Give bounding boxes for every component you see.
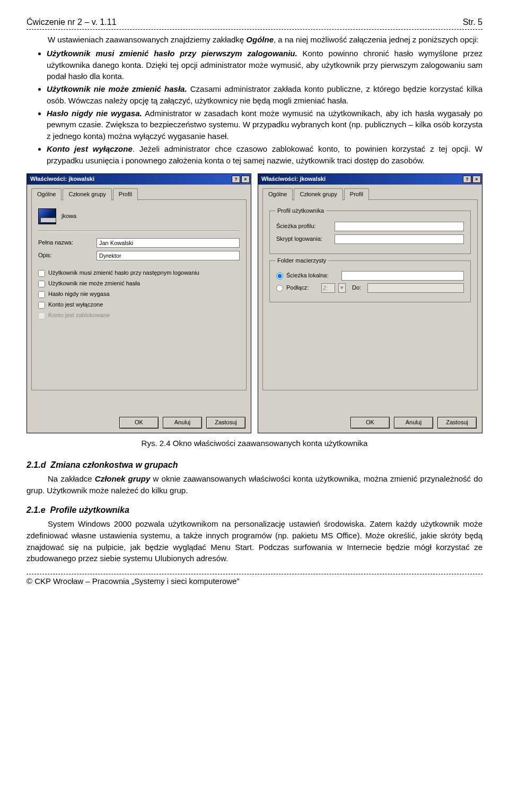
window-title: Właściwości: jkowalski [261,175,326,184]
fullname-input[interactable] [96,238,240,248]
profile-group: Profil użytkownika Ścieżka profilu: Skry… [269,211,471,254]
list-item: Konto jest wyłączone. Jeżeli administrat… [47,143,482,167]
intro-suffix: , a na niej możliwość załączenia jednej … [274,35,479,44]
checkbox-cannot-change[interactable] [38,281,45,287]
footer-text: © CKP Wrocław – Pracownia „Systemy i sie… [27,575,482,587]
local-path-label: Ścieżka lokalna: [286,272,338,280]
list-item: Użytkownik musi zmienić hasło przy pierw… [47,48,482,82]
figure-caption: Rys. 2.4 Okno właściwości zaawansowanych… [27,438,482,449]
home-folder-legend: Folder macierzysty [275,257,328,265]
section-e-paragraph: System Windows 2000 pozwala użytkownikom… [27,518,482,564]
list-item: Użytkownik nie może zmienić hasła. Czasa… [47,83,482,107]
checkbox-label: Konto jest zablokowane [48,311,110,320]
close-icon[interactable]: × [241,176,250,183]
ok-button[interactable]: OK [350,417,390,429]
list-item: Hasło nigdy nie wygasa. Administrator w … [47,108,482,142]
footer-divider [27,574,482,574]
connect-label: Podłącz: [286,284,318,292]
chevron-down-icon[interactable]: ▾ [338,283,346,293]
drive-select[interactable] [321,283,335,293]
section-heading-e: 2.1.e Profile użytkownika [27,504,482,516]
cancel-button[interactable]: Anuluj [394,417,433,429]
description-label: Opis: [38,251,96,260]
tab-profil[interactable]: Profil [344,188,369,200]
bullet-title: Konto jest wyłączone [47,144,133,153]
checkbox-disabled[interactable] [38,302,45,309]
apply-button[interactable]: Zastosuj [437,417,477,429]
connect-path-input [367,283,464,293]
titlebar: Właściwości: jkowalski ? × [258,174,482,185]
titlebar: Właściwości: jkowalski ? × [27,174,251,185]
header-left: Ćwiczenie nr 2 – v. 1.11 [27,16,117,28]
section-number: 2.1.d [27,460,46,469]
checkbox-locked [38,312,45,319]
bullet-title: Hasło nigdy nie wygasa. [47,109,142,118]
header-right: Str. 5 [463,16,482,28]
profile-path-input[interactable] [335,222,464,231]
description-input[interactable] [96,251,240,260]
help-icon[interactable]: ? [232,176,240,183]
tab-ogolne[interactable]: Ogólne [262,188,293,200]
fullname-label: Pełna nazwa: [38,239,96,247]
section-d-paragraph: Na zakładce Członek grupy w oknie zaawan… [27,473,482,496]
logon-script-input[interactable] [335,234,464,244]
tab-czlonek-grupy[interactable]: Członek grupy [294,188,343,200]
user-icon [38,208,56,224]
profile-group-legend: Profil użytkownika [275,207,326,215]
logon-script-label: Skrypt logowania: [276,235,335,243]
section-number: 2.1.e [27,505,46,514]
page-header: Ćwiczenie nr 2 – v. 1.11 Str. 5 [27,16,482,28]
checkbox-change-password[interactable] [38,270,45,277]
window-title: Właściwości: jkowalski [30,175,94,184]
intro-paragraph: W ustawieniach zaawansowanych znajdziemy… [48,34,482,46]
help-icon[interactable]: ? [463,176,471,183]
profile-path-label: Ścieżka profilu: [276,222,335,231]
checkbox-label: Konto jest wyłączone [48,301,103,309]
bullet-title: Użytkownik nie może zmienić hasła. [47,84,187,93]
properties-dialog-ogolne: Właściwości: jkowalski ? × Ogólne Człone… [27,173,251,433]
separator [38,231,240,232]
tab-profil[interactable]: Profil [113,188,138,200]
intro-prefix: W ustawieniach zaawansowanych znajdziemy… [48,35,246,44]
section-title: Profile użytkownika [50,505,129,514]
home-folder-group: Folder macierzysty Ścieżka lokalna: Podł… [269,260,471,302]
tab-ogolne[interactable]: Ogólne [31,188,62,200]
para-text: Na zakładce [48,474,95,483]
radio-connect[interactable] [276,285,283,292]
header-divider [27,29,482,30]
intro-bold: Ogólne [246,35,274,44]
properties-dialog-profil: Właściwości: jkowalski ? × Ogólne Człone… [258,173,482,433]
section-heading-d: 2.1.d Zmiana członkostwa w grupach [27,459,482,471]
close-icon[interactable]: × [472,176,481,183]
apply-button[interactable]: Zastosuj [206,417,245,429]
cancel-button[interactable]: Anuluj [163,417,202,429]
tab-czlonek-grupy[interactable]: Członek grupy [63,188,111,200]
username-label: jkowa [62,212,76,221]
ok-button[interactable]: OK [119,417,159,429]
checkbox-label: Użytkownik musi zmienić hasło przy nastę… [48,269,199,277]
local-path-input[interactable] [341,271,464,281]
radio-local-path[interactable] [276,273,283,280]
section-title: Zmiana członkostwa w grupach [50,460,178,469]
bullet-title: Użytkownik musi zmienić hasło przy pierw… [47,49,297,58]
para-bold: Członek grupy [95,474,150,483]
checkbox-never-expires[interactable] [38,291,45,298]
to-label: Do: [352,284,361,292]
checkbox-label: Użytkownik nie może zmienić hasła [48,280,140,288]
checkbox-label: Hasło nigdy nie wygasa [48,290,110,299]
options-list: Użytkownik musi zmienić hasło przy pierw… [32,48,482,167]
